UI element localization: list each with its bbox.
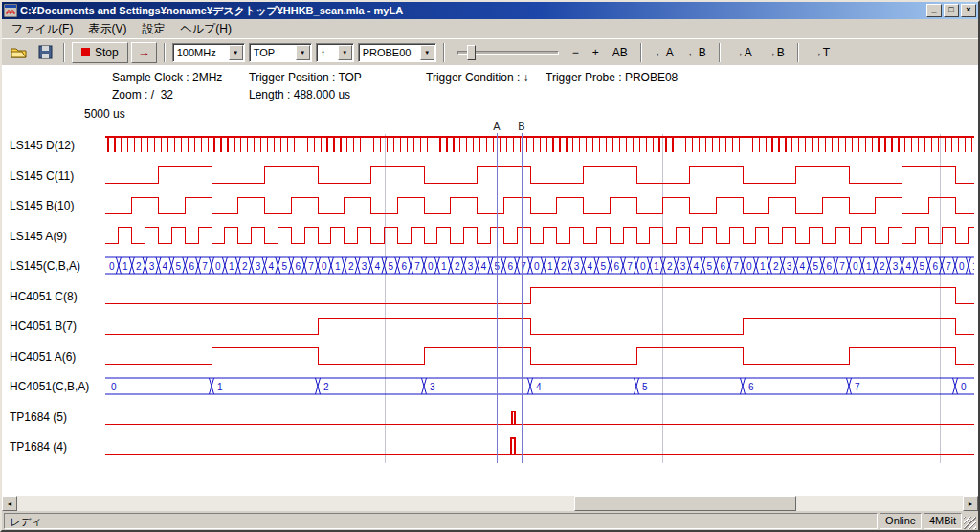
channel-label[interactable]: HC4051(C,B,A) bbox=[10, 372, 89, 401]
bus-value: 4 bbox=[536, 382, 542, 392]
bus-value: 3 bbox=[787, 261, 792, 272]
trigger-condition-info: Trigger Condition : ↓ bbox=[426, 71, 529, 84]
stop-button[interactable]: Stop bbox=[72, 42, 128, 63]
menu-item-2[interactable]: 表示(V) bbox=[80, 18, 134, 40]
channel-label[interactable]: HC4051 A(6) bbox=[10, 343, 76, 371]
zoom-in-button[interactable]: + bbox=[588, 44, 604, 61]
status-online: Online bbox=[880, 513, 922, 529]
trigger-position-select[interactable]: TOP▼ bbox=[249, 43, 312, 62]
channel-label[interactable]: TP1684 (5) bbox=[10, 403, 67, 432]
cursor-label-b: B bbox=[518, 121, 524, 132]
toolbar-separator bbox=[164, 43, 166, 62]
open-file-button[interactable] bbox=[8, 42, 31, 63]
bus-value: 1 bbox=[335, 261, 341, 272]
bus-value: 5 bbox=[601, 261, 607, 272]
chevron-down-icon[interactable]: ▼ bbox=[338, 45, 352, 60]
bus-value: 6 bbox=[295, 261, 301, 272]
probe-select[interactable]: PROBE00▼ bbox=[358, 43, 436, 62]
goto-trigger-button[interactable]: →T bbox=[807, 44, 835, 61]
bus-value: 4 bbox=[906, 261, 912, 272]
bus-value: 7 bbox=[733, 261, 739, 272]
close-button[interactable]: × bbox=[961, 4, 976, 17]
channel-label[interactable]: LS145(C,B,A) bbox=[10, 252, 80, 280]
channel-label[interactable]: HC4051 C(8) bbox=[10, 282, 78, 311]
menu-item-3[interactable]: 設定 bbox=[134, 18, 172, 40]
menu-item-1[interactable]: ファイル(F) bbox=[4, 18, 80, 40]
bus-value: 3 bbox=[149, 261, 155, 272]
scrollbar-thumb[interactable] bbox=[574, 496, 796, 511]
bus-value: 3 bbox=[468, 261, 474, 272]
trigger-edge-select[interactable]: ↑▼ bbox=[316, 43, 354, 62]
bus-value: 5 bbox=[920, 261, 925, 272]
bus-value: 0 bbox=[111, 382, 117, 392]
channel-waveform bbox=[105, 137, 974, 152]
next-cursor-b-button[interactable]: →B bbox=[761, 44, 790, 61]
toolbar: Stop → 100MHz▼TOP▼↑▼PROBE00▼ −+AB←A←B→A→… bbox=[2, 38, 978, 65]
bus-value: 5 bbox=[813, 261, 819, 272]
slider-thumb[interactable] bbox=[467, 45, 476, 60]
time-scale-label: 5000 us bbox=[84, 107, 125, 121]
run-button[interactable]: → bbox=[131, 42, 157, 63]
bus-value: 1 bbox=[866, 261, 872, 272]
bus-value: 5 bbox=[282, 261, 288, 272]
channel-label[interactable]: LS145 A(9) bbox=[10, 222, 67, 251]
channel-waveform bbox=[105, 348, 974, 365]
bus-value: 0 bbox=[322, 261, 327, 272]
bus-value: 0 bbox=[853, 261, 858, 272]
next-cursor-a-button[interactable]: →A bbox=[728, 44, 757, 61]
channel-waveform bbox=[105, 412, 974, 425]
menubar: ファイル(F)表示(V)設定ヘルプ(H) bbox=[2, 19, 978, 38]
prev-cursor-b-button[interactable]: ←B bbox=[682, 44, 711, 61]
resize-grip[interactable] bbox=[964, 517, 976, 529]
zoom-slider[interactable] bbox=[457, 42, 559, 63]
waveform-panel: Sample Clock : 2MHz Trigger Position : T… bbox=[2, 65, 978, 496]
titlebar[interactable]: C:¥Documents and Settings¥noname¥デスクトップ¥… bbox=[2, 2, 978, 19]
trigger-edge-select-value: ↑ bbox=[321, 47, 326, 58]
prev-cursor-a-button[interactable]: ←A bbox=[650, 44, 679, 61]
chevron-down-icon[interactable]: ▼ bbox=[420, 45, 434, 60]
channel-waveform bbox=[105, 167, 974, 184]
menu-item-4[interactable]: ヘルプ(H) bbox=[172, 18, 239, 40]
bus-value: 2 bbox=[323, 382, 329, 392]
bus-value: 3 bbox=[680, 261, 686, 272]
bus-value: 3 bbox=[362, 261, 368, 272]
statusbar: レディ Online 4MBit bbox=[2, 511, 978, 530]
trigger-position-select-value: TOP bbox=[254, 47, 275, 58]
scroll-right-button[interactable]: ► bbox=[963, 496, 978, 511]
chevron-down-icon[interactable]: ▼ bbox=[229, 45, 243, 60]
maximize-button[interactable]: □ bbox=[944, 4, 959, 17]
bus-value: 2 bbox=[455, 261, 460, 272]
bus-value: 2 bbox=[880, 261, 885, 272]
bus-value: 7 bbox=[855, 382, 860, 392]
channel-label[interactable]: LS145 C(11) bbox=[10, 162, 74, 190]
sample-clock-select[interactable]: 100MHz▼ bbox=[172, 43, 245, 62]
save-file-button[interactable] bbox=[33, 42, 56, 63]
run-arrow-icon: → bbox=[138, 45, 150, 59]
bus-value: 1 bbox=[654, 261, 659, 272]
chevron-down-icon[interactable]: ▼ bbox=[296, 45, 310, 60]
scroll-left-button[interactable]: ◄ bbox=[2, 496, 17, 511]
bus-value: 7 bbox=[308, 261, 314, 272]
minimize-button[interactable]: _ bbox=[926, 4, 942, 17]
horizontal-scrollbar[interactable]: ◄ ► bbox=[2, 496, 978, 511]
bus-value: 5 bbox=[176, 261, 182, 272]
bus-value: 3 bbox=[893, 261, 899, 272]
zoom-out-button[interactable]: − bbox=[568, 44, 584, 61]
bus-value: 0 bbox=[428, 261, 434, 272]
channel-label[interactable]: LS145 D(12) bbox=[10, 131, 75, 160]
channel-waveform bbox=[105, 288, 974, 304]
bus-value: 7 bbox=[839, 261, 845, 272]
sample-clock-select-value: 100MHz bbox=[177, 47, 216, 58]
window-title: C:¥Documents and Settings¥noname¥デスクトップ¥… bbox=[20, 4, 924, 18]
channel-label[interactable]: LS145 B(10) bbox=[10, 191, 74, 220]
channel-label[interactable]: HC4051 B(7) bbox=[10, 312, 77, 341]
cursor-ab-button[interactable]: AB bbox=[608, 44, 633, 61]
bus-value: 6 bbox=[748, 382, 754, 392]
bus-value: 7 bbox=[627, 261, 633, 272]
open-folder-icon bbox=[11, 46, 28, 59]
waveform-display[interactable]: 0123456701234567012345670123456701234567… bbox=[105, 121, 974, 471]
bus-value: 0 bbox=[534, 261, 540, 272]
toolbar-separator bbox=[640, 43, 642, 62]
channel-label[interactable]: TP1684 (4) bbox=[10, 432, 67, 461]
stop-icon bbox=[81, 48, 90, 56]
